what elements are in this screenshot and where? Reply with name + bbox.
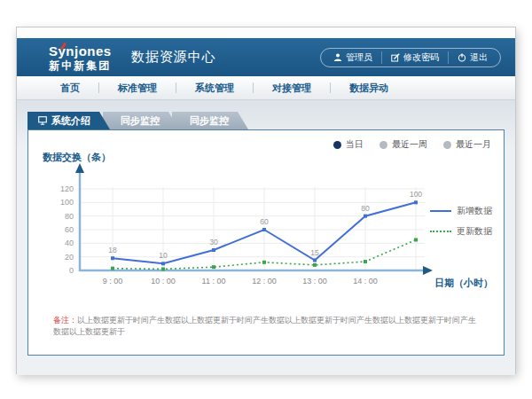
tab-label: 系统介绍 bbox=[51, 114, 90, 128]
solid-line-swatch bbox=[430, 210, 451, 212]
legend-label: 更新数据 bbox=[457, 225, 492, 238]
svg-text:80: 80 bbox=[361, 204, 370, 213]
time-range-filter: 当日 最近一周 最近一月 bbox=[333, 138, 491, 151]
radio-label: 最近一周 bbox=[392, 138, 427, 151]
user-toolbar: 管理员 修改密码 退出 bbox=[320, 48, 501, 67]
tab-label: 同步监控 bbox=[121, 114, 160, 128]
tab-bar: 系统介绍 同步监控 同步监控 bbox=[27, 112, 505, 129]
app-header: Synjones 新中新集团 数据资源中心 管理员 修改密码 bbox=[17, 38, 515, 76]
user-icon bbox=[333, 53, 342, 61]
tab-system-intro[interactable]: 系统介绍 bbox=[27, 112, 110, 129]
logo-company: 新中新集团 bbox=[49, 60, 112, 71]
logo-brand: Synjones bbox=[49, 44, 112, 58]
svg-text:14 : 00: 14 : 00 bbox=[353, 277, 378, 286]
main-nav: 首页 标准管理 系统管理 对接管理 数据异动 bbox=[17, 76, 515, 100]
radio-last-week[interactable]: 最近一周 bbox=[379, 138, 427, 151]
svg-text:13 : 00: 13 : 00 bbox=[302, 277, 327, 286]
radio-last-month[interactable]: 最近一月 bbox=[443, 138, 491, 151]
footnote-text: 以上数据更新于时间产生数据以上数据更新于时间产生数据以上数据更新于时间产生数据以… bbox=[53, 316, 476, 336]
svg-text:18: 18 bbox=[108, 246, 117, 254]
nav-item-home[interactable]: 首页 bbox=[42, 82, 98, 95]
radio-dot bbox=[443, 141, 451, 149]
svg-text:60: 60 bbox=[65, 225, 74, 234]
radio-today[interactable]: 当日 bbox=[333, 138, 364, 151]
footnote: 备注：以上数据更新于时间产生数据以上数据更新于时间产生数据以上数据更新于时间产生… bbox=[28, 315, 504, 337]
svg-text:15: 15 bbox=[310, 248, 319, 257]
user-admin-button[interactable]: 管理员 bbox=[325, 51, 381, 64]
x-axis-title: 日期（小时） bbox=[434, 278, 493, 289]
logout-icon bbox=[458, 53, 466, 62]
radio-dot bbox=[333, 141, 341, 149]
edit-icon bbox=[391, 53, 400, 62]
svg-text:10 : 00: 10 : 00 bbox=[151, 277, 176, 286]
y-axis-title: 数据交换（条） bbox=[42, 152, 111, 163]
svg-text:20: 20 bbox=[65, 253, 74, 262]
tab-sync-monitor-2[interactable]: 同步监控 bbox=[172, 112, 248, 129]
svg-text:100: 100 bbox=[60, 198, 74, 207]
legend-label: 新增数据 bbox=[457, 205, 492, 217]
change-password-label: 修改密码 bbox=[403, 51, 439, 64]
radio-dot bbox=[379, 141, 387, 149]
nav-item-data-change[interactable]: 数据异动 bbox=[331, 82, 407, 95]
tab-sync-monitor-1[interactable]: 同步监控 bbox=[103, 112, 179, 129]
dotted-line-swatch bbox=[430, 231, 451, 232]
logo: Synjones 新中新集团 bbox=[49, 44, 112, 71]
content-area: 系统介绍 同步监控 同步监控 当日 最近一周 bbox=[17, 100, 515, 375]
svg-text:11 : 00: 11 : 00 bbox=[202, 277, 226, 286]
tab-label: 同步监控 bbox=[190, 114, 229, 128]
svg-text:40: 40 bbox=[65, 239, 74, 247]
chart-legend: 新增数据 更新数据 bbox=[430, 205, 492, 238]
window-top-strip bbox=[17, 27, 515, 38]
svg-text:80: 80 bbox=[65, 212, 74, 221]
svg-text:60: 60 bbox=[260, 217, 269, 226]
nav-item-system[interactable]: 系统管理 bbox=[176, 82, 253, 95]
user-admin-label: 管理员 bbox=[346, 51, 372, 64]
page-title: 数据资源中心 bbox=[131, 49, 216, 66]
app-window: Synjones 新中新集团 数据资源中心 管理员 修改密码 bbox=[16, 27, 516, 374]
svg-text:12 : 00: 12 : 00 bbox=[252, 277, 277, 286]
logout-label: 退出 bbox=[470, 51, 488, 64]
document-icon bbox=[38, 116, 47, 125]
radio-label: 当日 bbox=[346, 138, 364, 151]
svg-text:10: 10 bbox=[159, 251, 168, 260]
svg-text:0: 0 bbox=[69, 266, 74, 275]
nav-item-interface[interactable]: 对接管理 bbox=[254, 82, 330, 95]
svg-text:9 : 00: 9 : 00 bbox=[103, 277, 123, 286]
legend-updated-data[interactable]: 更新数据 bbox=[430, 225, 492, 238]
svg-text:120: 120 bbox=[60, 184, 74, 193]
change-password-button[interactable]: 修改密码 bbox=[381, 51, 448, 64]
svg-text:30: 30 bbox=[209, 238, 218, 246]
svg-text:100: 100 bbox=[410, 190, 422, 199]
radio-label: 最近一月 bbox=[456, 138, 491, 151]
legend-new-data[interactable]: 新增数据 bbox=[430, 205, 492, 217]
footnote-prefix: 备注： bbox=[53, 316, 77, 325]
nav-item-standards[interactable]: 标准管理 bbox=[99, 82, 176, 95]
logout-button[interactable]: 退出 bbox=[448, 51, 497, 64]
chart-panel: 当日 最近一周 最近一月 数据交换（条） 日期（小时） 020406080100… bbox=[27, 129, 505, 356]
